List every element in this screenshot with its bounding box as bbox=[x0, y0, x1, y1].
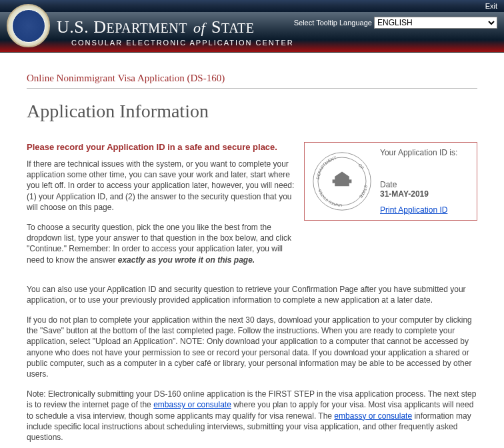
language-label: Select Tooltip Language bbox=[294, 19, 372, 27]
embassy-consulate-link[interactable]: embassy or consulate bbox=[334, 411, 412, 421]
warning-heading: Please record your Application ID in a s… bbox=[27, 142, 297, 152]
exit-link[interactable]: Exit bbox=[485, 2, 497, 10]
embassy-consulate-link[interactable]: embassy or consulate bbox=[153, 400, 231, 409]
title-divider bbox=[27, 88, 477, 89]
paragraph: You can also use your Application ID and… bbox=[27, 284, 477, 305]
app-id-label: Your Application ID is: bbox=[380, 148, 471, 157]
dept-text: S bbox=[211, 17, 221, 37]
paragraph-emphasis: exactly as you wrote it on this page. bbox=[118, 255, 255, 265]
dept-text: EPARTMENT bbox=[107, 21, 187, 35]
info-text-column: Please record your Application ID in a s… bbox=[27, 142, 297, 275]
paragraph: To choose a security question, pick the … bbox=[27, 222, 297, 265]
date-label: Date bbox=[380, 180, 471, 189]
paragraph: If you do not plan to complete your appl… bbox=[27, 315, 477, 379]
paragraph: If there are technical issues with the s… bbox=[27, 159, 297, 213]
page-title: Application Information bbox=[27, 101, 477, 122]
print-application-id-link[interactable]: Print Application ID bbox=[380, 205, 447, 215]
language-select[interactable]: ENGLISH bbox=[374, 17, 497, 29]
dept-subtitle: CONSULAR ELECTRONIC APPLICATION CENTER bbox=[71, 39, 294, 47]
svg-point-6 bbox=[340, 173, 343, 176]
dept-text: of bbox=[193, 19, 205, 36]
dept-text: U.S. D bbox=[57, 17, 107, 37]
application-id-box: DEPARTMENT OF STATE UNITED STATES bbox=[304, 142, 477, 221]
date-value: 31-MAY-2019 bbox=[380, 189, 471, 199]
topbar: Exit bbox=[0, 0, 504, 12]
page-badge: Online Nonimmigrant Visa Application (DS… bbox=[27, 73, 225, 84]
department-seal-icon: DEPARTMENT OF STATE UNITED STATES bbox=[310, 148, 373, 215]
language-block: Select Tooltip Language ENGLISH bbox=[294, 17, 497, 29]
us-seal-logo bbox=[7, 4, 50, 47]
dept-text: TATE bbox=[221, 21, 254, 35]
main-container: Online Nonimmigrant Visa Application (DS… bbox=[0, 53, 504, 448]
department-title: U.S. DEPARTMENT of STATE CONSULAR ELECTR… bbox=[57, 17, 294, 47]
header-banner: U.S. DEPARTMENT of STATE CONSULAR ELECTR… bbox=[0, 12, 504, 53]
paragraph: Note: Electronically submitting your DS-… bbox=[27, 389, 477, 443]
